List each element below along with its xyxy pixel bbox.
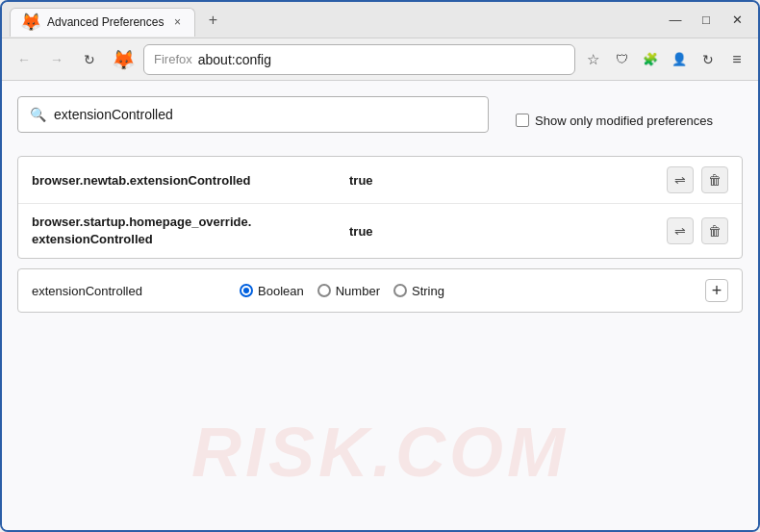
- search-icon: 🔍: [30, 107, 46, 122]
- delete-button-2[interactable]: 🗑: [701, 217, 728, 244]
- watermark-text: RISK.COM: [191, 413, 569, 492]
- browser-window: 🦊 Advanced Preferences × + — □ ✕ ← → ↻ 🦊…: [0, 0, 760, 532]
- type-number-option[interactable]: Number: [317, 284, 380, 298]
- pref-value-2: true: [349, 224, 667, 239]
- back-button[interactable]: ←: [10, 45, 38, 74]
- search-input[interactable]: [54, 107, 476, 122]
- preferences-table: browser.newtab.extensionControlled true …: [17, 156, 743, 259]
- toggle-button-2[interactable]: ⇌: [667, 217, 694, 244]
- number-radio-circle[interactable]: [317, 284, 331, 297]
- checkbox-label: Show only modified preferences: [535, 114, 713, 128]
- tab-title: Advanced Preferences: [47, 15, 164, 29]
- firefox-logo-icon: 🦊: [112, 48, 136, 71]
- filter-row: Show only modified preferences: [516, 114, 713, 128]
- forward-button[interactable]: →: [42, 45, 71, 74]
- search-bar[interactable]: 🔍: [17, 96, 489, 133]
- type-radio-group: Boolean Number String: [240, 284, 690, 298]
- new-preference-row: extensionControlled Boolean Number: [17, 268, 743, 313]
- account-icon[interactable]: 👤: [666, 46, 693, 73]
- modified-filter-checkbox[interactable]: Show only modified preferences: [516, 114, 713, 128]
- maximize-button[interactable]: □: [693, 7, 720, 34]
- navigation-bar: ← → ↻ 🦊 Firefox about:config ☆ 🛡 🧩 👤 ↻ ≡: [2, 38, 758, 81]
- close-button[interactable]: ✕: [723, 7, 750, 34]
- title-bar: 🦊 Advanced Preferences × + — □ ✕: [2, 2, 758, 38]
- add-preference-button[interactable]: +: [705, 279, 728, 302]
- search-filter-container: 🔍 Show only modified preferences: [17, 96, 743, 144]
- boolean-radio-circle[interactable]: [240, 284, 253, 297]
- pref-value-1: true: [349, 173, 667, 188]
- table-row: browser.startup.homepage_override. exten…: [18, 204, 742, 258]
- address-bar[interactable]: Firefox about:config: [143, 44, 575, 75]
- browser-name-label: Firefox: [154, 52, 192, 66]
- pref-actions-2: ⇌ 🗑: [667, 217, 728, 244]
- pocket-icon[interactable]: 🛡: [608, 46, 635, 73]
- bookmark-icon[interactable]: ☆: [579, 46, 606, 73]
- new-tab-button[interactable]: +: [199, 7, 226, 34]
- page-content: RISK.COM 🔍 Show only modified preference…: [2, 81, 758, 530]
- toggle-button-1[interactable]: ⇌: [667, 166, 694, 193]
- type-string-option[interactable]: String: [393, 284, 444, 298]
- pref-name-1: browser.newtab.extensionControlled: [32, 173, 349, 188]
- tab-favicon: 🦊: [20, 12, 41, 33]
- extension-icon[interactable]: 🧩: [637, 46, 664, 73]
- table-row: browser.newtab.extensionControlled true …: [18, 157, 742, 204]
- minimize-button[interactable]: —: [662, 7, 689, 34]
- active-tab[interactable]: 🦊 Advanced Preferences ×: [10, 8, 195, 37]
- tab-strip: 🦊 Advanced Preferences × +: [10, 2, 662, 38]
- sync-icon[interactable]: ↻: [695, 46, 722, 73]
- boolean-radio-label: Boolean: [258, 284, 304, 298]
- number-radio-label: Number: [336, 284, 380, 298]
- url-display: about:config: [198, 52, 271, 67]
- pref-name-2: browser.startup.homepage_override. exten…: [32, 214, 349, 248]
- type-boolean-option[interactable]: Boolean: [240, 284, 304, 298]
- content-wrapper: 🔍 Show only modified preferences browser…: [17, 96, 743, 313]
- pref-actions-1: ⇌ 🗑: [667, 166, 728, 193]
- menu-icon[interactable]: ≡: [723, 46, 750, 73]
- refresh-button[interactable]: ↻: [75, 45, 104, 74]
- nav-icons-right: ☆ 🛡 🧩 👤 ↻ ≡: [579, 46, 750, 73]
- checkbox-box[interactable]: [516, 114, 529, 127]
- string-radio-label: String: [412, 284, 444, 298]
- delete-button-1[interactable]: 🗑: [701, 166, 728, 193]
- tab-close-button[interactable]: ×: [169, 14, 185, 30]
- string-radio-circle[interactable]: [393, 284, 407, 297]
- window-controls: — □ ✕: [662, 7, 750, 34]
- new-pref-name: extensionControlled: [32, 284, 224, 298]
